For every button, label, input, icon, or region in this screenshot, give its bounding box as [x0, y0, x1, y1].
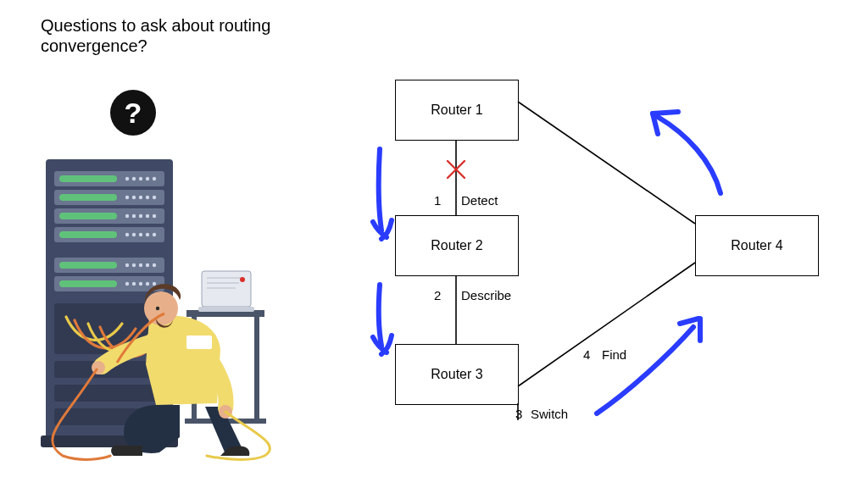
svg-point-19: [125, 196, 129, 199]
svg-point-36: [139, 263, 142, 267]
svg-rect-58: [186, 336, 212, 349]
svg-point-24: [125, 214, 129, 218]
svg-rect-52: [202, 271, 251, 307]
svg-point-14: [125, 177, 129, 180]
svg-rect-11: [59, 231, 117, 238]
svg-point-33: [153, 233, 156, 236]
svg-point-41: [139, 282, 142, 286]
svg-point-18: [153, 177, 156, 180]
router-label: Router 3: [431, 367, 482, 382]
svg-point-35: [132, 263, 136, 267]
svg-point-31: [139, 233, 142, 236]
svg-rect-10: [59, 213, 117, 219]
router-label: Router 2: [431, 238, 482, 253]
question-mark-circle-icon: ?: [110, 90, 156, 136]
router-1-box: Router 1: [395, 80, 519, 141]
step-3-num: 3: [515, 407, 522, 421]
svg-point-20: [132, 196, 136, 199]
server-rack-scene: [29, 151, 317, 464]
svg-point-29: [125, 233, 129, 236]
svg-point-26: [139, 214, 142, 218]
step-2-text: Describe: [461, 288, 511, 302]
svg-point-39: [125, 282, 129, 286]
step-1-num: 1: [434, 193, 441, 208]
svg-point-40: [132, 282, 136, 286]
failure-x-icon: [448, 161, 465, 178]
router-2-box: Router 2: [395, 215, 519, 276]
svg-rect-53: [198, 307, 254, 312]
step-2-num: 2: [434, 288, 441, 302]
svg-point-16: [139, 177, 142, 180]
slide-title: Questions to ask about routing convergen…: [41, 15, 295, 56]
step-4-num: 4: [583, 347, 590, 362]
svg-point-32: [146, 233, 149, 236]
svg-point-43: [153, 282, 156, 286]
svg-point-25: [132, 214, 136, 218]
svg-point-57: [240, 277, 245, 282]
slide-stage: Questions to ask about routing convergen…: [0, 0, 868, 488]
svg-point-17: [146, 177, 149, 180]
svg-point-28: [153, 214, 156, 218]
svg-point-30: [132, 233, 136, 236]
step-3-text: Switch: [531, 407, 568, 421]
svg-rect-9: [59, 194, 117, 201]
svg-rect-46: [54, 385, 164, 402]
svg-point-15: [132, 177, 136, 180]
svg-point-27: [146, 214, 149, 218]
router-3-box: Router 3: [395, 344, 519, 405]
svg-rect-12: [59, 262, 117, 269]
svg-rect-50: [254, 317, 259, 419]
svg-rect-8: [59, 175, 117, 182]
svg-point-21: [139, 196, 142, 199]
svg-line-65: [518, 102, 695, 224]
svg-point-42: [146, 282, 149, 286]
router-label: Router 4: [731, 238, 782, 253]
svg-point-23: [153, 196, 156, 199]
router-4-box: Router 4: [695, 215, 819, 276]
svg-point-34: [125, 263, 129, 267]
svg-point-22: [146, 196, 149, 199]
step-4-text: Find: [602, 347, 626, 362]
svg-line-68: [448, 161, 465, 178]
svg-point-62: [156, 307, 159, 310]
illustration-area: [29, 151, 317, 464]
svg-point-37: [146, 263, 149, 267]
step-1-text: Detect: [461, 193, 498, 208]
router-label: Router 1: [431, 103, 482, 118]
svg-line-66: [518, 263, 695, 386]
svg-rect-13: [59, 280, 117, 287]
svg-point-38: [153, 263, 156, 267]
svg-line-69: [448, 161, 465, 178]
